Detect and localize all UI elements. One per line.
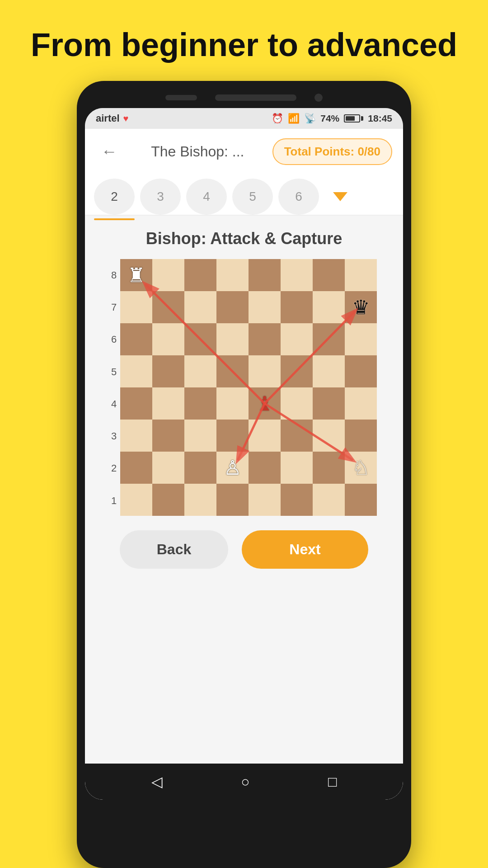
rank-8: 8: [111, 259, 117, 291]
board-cell: [216, 420, 249, 452]
signal-icon: 📡: [304, 113, 316, 124]
alarm-icon: ⏰: [272, 113, 283, 124]
nav-recent-icon[interactable]: □: [328, 774, 337, 790]
board-cell: [216, 323, 249, 355]
board-cell: [120, 355, 152, 387]
back-button[interactable]: ←: [96, 138, 123, 165]
board-cell: ♝: [249, 387, 281, 420]
board-cell: [216, 291, 249, 323]
board-cell: [184, 259, 216, 291]
chess-piece: ♘: [352, 458, 370, 478]
board-cell: [281, 355, 313, 387]
dropdown-arrow-icon: [333, 192, 347, 201]
board-cell: [281, 452, 313, 484]
chess-board-container: 8 7 6 5 4 3 2 1 ♜♛♝♙♘: [111, 259, 377, 517]
board-cell: [184, 323, 216, 355]
board-cell: [120, 387, 152, 420]
board-cell: [152, 323, 184, 355]
board-cell: ♛: [345, 291, 377, 323]
rank-4: 4: [111, 388, 117, 420]
carrier-text: airtel: [96, 113, 120, 124]
rank-1: 1: [111, 485, 117, 517]
header-title: The Bishop: ...: [130, 143, 265, 160]
board-cell: [152, 420, 184, 452]
board-cell: [345, 420, 377, 452]
board-cell: [152, 484, 184, 516]
back-arrow-icon: ←: [101, 142, 117, 161]
next-lesson-button[interactable]: Next: [242, 530, 368, 569]
board-cell: [216, 484, 249, 516]
board-cell: [313, 484, 345, 516]
phone-screen: airtel ♥ ⏰ 📶 📡 74% 18:45 ←: [85, 108, 403, 800]
board-cell: [345, 387, 377, 420]
board-cell: [281, 420, 313, 452]
board-cell: [120, 323, 152, 355]
board-cell: [216, 259, 249, 291]
tabs-container: 2 3 4 5 6: [85, 174, 403, 216]
board-cell: [249, 420, 281, 452]
chess-piece: ♝: [256, 394, 273, 414]
board-cell: ♙: [216, 452, 249, 484]
chess-piece: ♛: [352, 297, 370, 317]
phone-top-bar: [85, 89, 403, 108]
board-cell: [152, 259, 184, 291]
status-bar: airtel ♥ ⏰ 📶 📡 74% 18:45: [85, 108, 403, 129]
tab-3[interactable]: 3: [140, 179, 181, 215]
page-title: From beginner to advanced: [4, 0, 484, 81]
phone-shell: airtel ♥ ⏰ 📶 📡 74% 18:45 ←: [77, 81, 411, 868]
battery-pct: 74%: [320, 113, 339, 124]
board-cell: [120, 484, 152, 516]
phone-camera: [314, 94, 323, 102]
board-cell: [249, 355, 281, 387]
board-cell: [281, 259, 313, 291]
rank-3: 3: [111, 420, 117, 453]
app-header: ← The Bishop: ... Total Points: 0/80: [85, 129, 403, 174]
board-cell: [184, 291, 216, 323]
board-cell: [216, 387, 249, 420]
board-cell: [120, 420, 152, 452]
board-cell: [313, 355, 345, 387]
board-cell: [249, 323, 281, 355]
phone-speaker-btn: [165, 95, 197, 100]
content-area: Bishop: Attack & Capture 8 7 6 5 4 3 2 1…: [85, 216, 403, 764]
back-lesson-button[interactable]: Back: [120, 530, 228, 569]
lesson-title: Bishop: Attack & Capture: [146, 229, 343, 248]
tab-6[interactable]: 6: [278, 179, 319, 215]
nav-back-icon[interactable]: ◁: [151, 773, 163, 790]
tabs-more-button[interactable]: [324, 181, 356, 212]
board-cell: [345, 259, 377, 291]
board-cell: [249, 291, 281, 323]
health-icon: ♥: [123, 113, 129, 124]
board-cell: [345, 484, 377, 516]
board-cell: [281, 484, 313, 516]
rank-7: 7: [111, 292, 117, 324]
board-cell: [313, 420, 345, 452]
rank-6: 6: [111, 324, 117, 356]
points-badge: Total Points: 0/80: [272, 138, 392, 165]
tab-5[interactable]: 5: [232, 179, 273, 215]
board-cell: [313, 259, 345, 291]
chess-board: ♜♛♝♙♘: [120, 259, 377, 516]
board-cell: [152, 387, 184, 420]
chess-piece: ♜: [127, 265, 145, 285]
board-cell: [152, 355, 184, 387]
time-display: 18:45: [368, 113, 392, 124]
tab-4[interactable]: 4: [186, 179, 227, 215]
wifi-icon: 📶: [288, 113, 300, 124]
board-cell: [249, 452, 281, 484]
rank-5: 5: [111, 356, 117, 388]
status-right: ⏰ 📶 📡 74% 18:45: [272, 113, 392, 124]
board-cell: [184, 387, 216, 420]
rank-2: 2: [111, 453, 117, 485]
board-cell: [216, 355, 249, 387]
board-cell: [152, 291, 184, 323]
board-cell: [152, 452, 184, 484]
bottom-nav: ◁ ○ □: [85, 764, 403, 800]
board-cell: [313, 323, 345, 355]
nav-home-icon[interactable]: ○: [241, 774, 249, 790]
board-cell: [249, 259, 281, 291]
chess-piece: ♙: [224, 458, 241, 478]
board-cell: [281, 291, 313, 323]
status-carrier: airtel ♥: [96, 113, 128, 124]
tab-2[interactable]: 2: [94, 179, 135, 215]
